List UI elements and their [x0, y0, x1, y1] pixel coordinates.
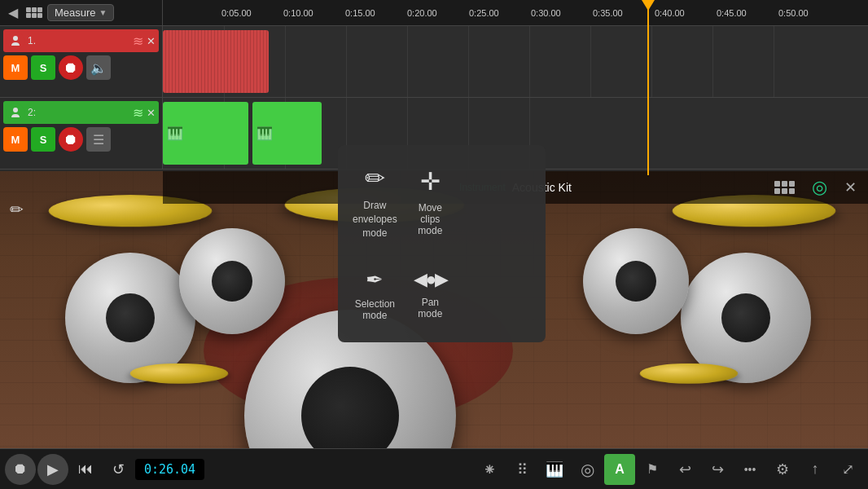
instrument-grid-view[interactable] [774, 181, 795, 194]
grid-view-icon[interactable] [26, 7, 42, 18]
track-2-mute-btn[interactable]: M [3, 127, 28, 152]
back-button[interactable]: ◀ [5, 5, 21, 20]
step-sequencer-btn[interactable]: ⠿ [506, 454, 537, 485]
share-btn[interactable]: ↑ [800, 454, 831, 485]
undo-btn[interactable]: ↩ [669, 454, 700, 485]
time-marker-7: 0:35.00 [593, 8, 623, 18]
loop-btn[interactable]: ↺ [103, 454, 134, 485]
time-display: 0:26.04 [135, 459, 204, 480]
track-1-mute-btn[interactable]: M [3, 55, 28, 80]
track-1-monitor-btn[interactable]: 🔈 [86, 55, 111, 80]
mode-popup: ✏ Draw envelopesmode ✛ Move clips mode ✒… [338, 145, 546, 342]
playhead[interactable] [647, 0, 649, 175]
playhead-triangle [642, 0, 655, 11]
time-marker-5: 0:25.00 [469, 8, 499, 18]
settings-btn[interactable]: ⚙ [767, 454, 798, 485]
piano-roll-btn[interactable]: 🎹 [539, 454, 570, 485]
track-2-settings-btn[interactable]: ☰ [86, 127, 111, 152]
time-marker-6: 0:30.00 [531, 8, 561, 18]
left-tom-pad[interactable] [179, 228, 285, 334]
highlight-btn[interactable]: A [604, 454, 635, 485]
pencil-tool-btn[interactable]: ✏ [10, 200, 24, 219]
instrument-bowl-icon[interactable]: ◎ [812, 177, 827, 198]
draw-envelopes-icon: ✏ [365, 166, 385, 191]
svg-point-0 [13, 36, 18, 41]
pan-label: Pan mode [414, 297, 447, 319]
time-marker-9: 0:45.00 [717, 8, 747, 18]
track-1-grid[interactable] [163, 26, 868, 97]
redo-btn[interactable]: ↪ [702, 454, 733, 485]
move-clips-icon: ✛ [420, 170, 441, 194]
draw-envelopes-label: Draw envelopesmode [353, 199, 397, 240]
pan-mode[interactable]: ◀●▶ Pan mode [406, 254, 455, 336]
instrument-close-btn[interactable]: ✕ [844, 178, 857, 196]
track-1-solo-btn[interactable]: S [31, 55, 55, 80]
selection-icon: ✒ [366, 269, 384, 290]
time-marker-4: 0:20.00 [407, 8, 437, 18]
time-marker-3: 0:15.00 [345, 8, 375, 18]
time-marker-2: 0:10.00 [283, 8, 313, 18]
rewind-btn[interactable]: ⏮ [70, 454, 101, 485]
track-2-controls: 2: ≋ ✕ M S ⏺ ☰ [0, 98, 163, 169]
track-1-avatar [7, 32, 24, 50]
time-marker-8: 0:40.00 [655, 8, 685, 18]
track-1-clip[interactable] [163, 30, 269, 93]
bottom-toolbar: ⏺ ▶ ⏮ ↺ 0:26.04 ⁕ ⠿ 🎹 ◎ A ⚑ ↩ ↪ ••• ⚙ ↑ … [0, 448, 868, 489]
time-marker-1: 0:05.00 [221, 8, 252, 18]
track-2-clip-1[interactable]: 🎹 [163, 102, 248, 165]
record-btn[interactable]: ⏺ [5, 454, 36, 485]
track-1-name: 1. [28, 35, 129, 46]
track-1-record-btn[interactable]: ⏺ [59, 55, 83, 80]
measure-selector[interactable]: Measure ▼ [47, 4, 114, 21]
bowl-instrument-btn[interactable]: ◎ [572, 454, 603, 485]
edit-expand-btn[interactable]: ⤢ [832, 454, 863, 485]
track-2-solo-btn[interactable]: S [31, 127, 55, 152]
track-2-name: 2: [28, 107, 129, 118]
time-marker-10: 0:50.00 [778, 8, 809, 18]
more-btn[interactable]: ••• [734, 454, 765, 485]
play-btn[interactable]: ▶ [37, 454, 68, 485]
svg-point-1 [13, 108, 18, 112]
track-1-wave-icon: ≋ [133, 33, 143, 49]
track-2-close-btn[interactable]: ✕ [147, 107, 156, 119]
move-clips-label: Move clips mode [414, 202, 447, 236]
track-1-close-btn[interactable]: ✕ [147, 35, 156, 47]
selection-label: Selection mode [353, 298, 397, 321]
track-2-avatar [7, 104, 24, 121]
selection-mode[interactable]: ✒ Selection mode [344, 254, 406, 336]
track-2-clip-2[interactable]: 🎹 [252, 102, 322, 165]
timeline-header: 0:05.00 0:10.00 0:15.00 0:20.00 0:25.00 … [163, 0, 868, 26]
node-editor-btn[interactable]: ⁕ [474, 454, 505, 485]
flag-btn[interactable]: ⚑ [637, 454, 668, 485]
draw-envelopes-mode[interactable]: ✏ Draw envelopesmode [344, 152, 406, 254]
track-2-wave-icon: ≋ [133, 105, 143, 121]
right-tom-pad[interactable] [583, 228, 689, 334]
move-clips-mode[interactable]: ✛ Move clips mode [406, 152, 455, 254]
track-1-row: 1. ≋ ✕ M S ⏺ 🔈 [0, 26, 868, 98]
track-2-record-btn[interactable]: ⏺ [59, 127, 83, 152]
track-1-controls: 1. ≋ ✕ M S ⏺ 🔈 [0, 26, 163, 97]
pan-icon: ◀●▶ [414, 271, 447, 289]
